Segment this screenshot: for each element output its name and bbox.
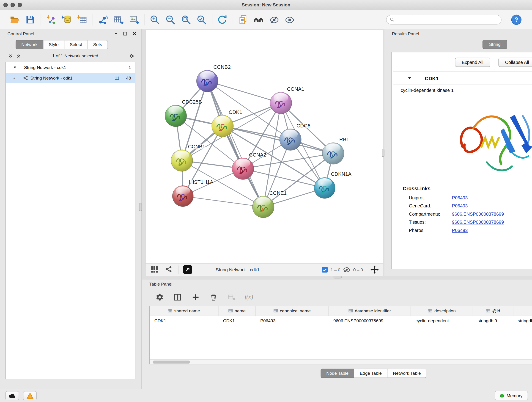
network-edge[interactable] — [207, 81, 281, 103]
birdseye-view-button[interactable] — [150, 265, 159, 274]
export-image-button[interactable] — [128, 12, 140, 27]
col-header-database-identifier[interactable]: database identifier — [329, 306, 411, 316]
network-edge[interactable] — [183, 196, 263, 207]
expand-all-networks-button[interactable] — [8, 53, 13, 58]
minimize-window-button[interactable] — [11, 3, 15, 7]
tab-network-table[interactable]: Network Table — [387, 369, 427, 378]
network-edge[interactable] — [243, 169, 325, 188]
expand-all-button[interactable]: Expand All — [455, 58, 490, 67]
zoom-selected-button[interactable] — [195, 12, 208, 27]
splitter-handle[interactable] — [139, 203, 142, 211]
save-session-button[interactable] — [24, 12, 37, 27]
network-collection-row[interactable]: ▼ String Network - cdk1 1 — [6, 62, 135, 73]
splitter-handle[interactable] — [382, 149, 385, 157]
network-options-button[interactable] — [129, 53, 134, 58]
home-networks-button[interactable] — [252, 12, 265, 27]
network-node-CDC25B[interactable] — [165, 105, 187, 127]
network-node-CDC6[interactable] — [279, 129, 301, 151]
collapse-all-button[interactable]: Collapse All — [498, 58, 532, 67]
network-node-HIST1H1A[interactable] — [172, 186, 193, 207]
grid-icon — [150, 265, 158, 273]
network-node-CCNB2[interactable] — [196, 70, 218, 92]
crosslink-link[interactable]: P06493 — [452, 228, 468, 233]
tab-style[interactable]: Style — [43, 40, 64, 49]
tab-node-table[interactable]: Node Table — [321, 369, 354, 378]
zoom-window-button[interactable] — [18, 3, 22, 7]
collapse-all-networks-button[interactable] — [16, 53, 21, 58]
tab-select[interactable]: Select — [64, 40, 88, 49]
double-chevron-up-icon — [16, 53, 21, 59]
col-header-namespace[interactable]: namespace — [513, 306, 532, 316]
network-node-CCNA2[interactable] — [232, 158, 254, 180]
delete-column-button[interactable] — [209, 292, 218, 302]
trash-icon — [209, 293, 218, 301]
col-header-shared-name[interactable]: shared name — [150, 306, 218, 316]
cloud-status-button[interactable] — [6, 391, 19, 400]
col-header-description[interactable]: description — [411, 306, 473, 316]
attribute-icon — [428, 309, 432, 313]
crosslink-label: Uniprot: — [409, 195, 452, 200]
import-table-file-button[interactable] — [76, 12, 89, 27]
export-table-button[interactable] — [112, 12, 125, 27]
node-label-CDKN1A: CDKN1A — [331, 171, 351, 177]
disclosure-triangle-icon[interactable]: ▼ — [13, 65, 17, 69]
network-node-CDK1[interactable] — [212, 115, 234, 137]
network-canvas[interactable]: CCNB2CCNA1CDC25BCDK1CDC6RB1CCNB1CCNA2CDK… — [146, 30, 383, 263]
tab-string[interactable]: String — [482, 40, 507, 49]
tab-sets[interactable]: Sets — [88, 40, 108, 49]
panel-close-button[interactable] — [132, 31, 137, 36]
table-row[interactable]: CDK1 CDK1 P06493 9606.ENSP00000378699 cy… — [150, 316, 532, 325]
network-node-CCNA1[interactable] — [270, 92, 292, 114]
show-columns-button[interactable] — [173, 292, 182, 302]
network-node-CDKN1A[interactable] — [314, 177, 335, 198]
crosslink-link[interactable]: 9606.ENSP00000378699 — [452, 220, 504, 225]
network-edge[interactable] — [222, 126, 333, 153]
help-button[interactable]: ? — [510, 13, 522, 26]
zoom-out-button[interactable] — [164, 12, 177, 27]
show-selected-button[interactable] — [283, 12, 296, 27]
crosslink-link[interactable]: P06493 — [452, 195, 468, 200]
crosslink-link[interactable]: 9606.ENSP00000378699 — [452, 211, 504, 216]
network-selection-status: 1 of 1 Network selected — [25, 53, 126, 58]
crosslink-link[interactable]: P06493 — [452, 203, 468, 208]
tab-network[interactable]: Network — [16, 40, 43, 49]
crosslink-label: GeneCard: — [409, 203, 452, 208]
panel-menu-button[interactable] — [114, 31, 119, 36]
delete-table-button[interactable] — [227, 292, 236, 302]
warnings-button[interactable] — [23, 391, 37, 400]
memory-button[interactable]: Memory — [495, 391, 528, 400]
import-network-file-button[interactable] — [44, 12, 57, 27]
tab-edge-table[interactable]: Edge Table — [354, 369, 387, 378]
zoom-fit-button[interactable] — [179, 12, 192, 27]
col-header-name[interactable]: name — [218, 306, 256, 316]
clone-network-button[interactable] — [236, 12, 249, 27]
apply-layout-button[interactable] — [216, 12, 229, 27]
close-window-button[interactable] — [3, 3, 8, 7]
table-options-button[interactable] — [155, 292, 164, 302]
col-header-id[interactable]: @id — [473, 306, 513, 316]
new-network-button[interactable] — [96, 12, 109, 27]
splitter-handle[interactable] — [334, 276, 342, 279]
collapse-triangle-icon[interactable] — [408, 76, 412, 80]
add-column-button[interactable] — [191, 292, 200, 302]
selected-checkbox-icon[interactable] — [322, 267, 328, 273]
network-node-CCNE1[interactable] — [253, 196, 274, 218]
hide-selected-button[interactable] — [268, 12, 280, 27]
import-network-database-button[interactable] — [60, 12, 73, 27]
function-builder-button[interactable]: f(x) — [245, 294, 253, 301]
hidden-eye-slash-icon[interactable] — [343, 266, 351, 273]
export-network-button[interactable] — [183, 265, 192, 274]
panel-float-button[interactable] — [123, 31, 128, 36]
network-row[interactable]: ● String Network - cdk1 11 48 — [6, 73, 135, 83]
pan-crosshair-icon[interactable] — [370, 265, 379, 274]
network-node-RB1[interactable] — [322, 143, 344, 164]
search-input[interactable] — [397, 17, 498, 22]
annotation-mode-button[interactable] — [164, 265, 173, 274]
network-node-CCNB1[interactable] — [171, 150, 193, 172]
zoom-in-button[interactable] — [148, 12, 161, 27]
open-session-button[interactable] — [8, 12, 21, 27]
scrollbar-thumb[interactable] — [152, 361, 190, 364]
network-edge[interactable] — [207, 81, 263, 207]
horizontal-scrollbar[interactable] — [150, 359, 532, 364]
col-header-canonical-name[interactable]: canonical name — [255, 306, 329, 316]
